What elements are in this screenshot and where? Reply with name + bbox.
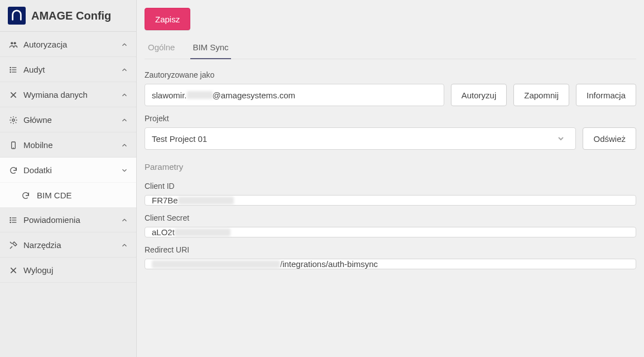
svg-point-15 [10, 220, 11, 220]
sidebar-item-label: Wyloguj [23, 265, 128, 275]
sidebar-subitem-label: BIM CDE [37, 191, 72, 200]
save-button[interactable]: Zapisz [145, 8, 190, 30]
chevron-up-icon [121, 215, 128, 224]
redacted-segment [152, 260, 280, 268]
row-authorized-as: slawomir.@amagesystems.com Autoryzuj Zap… [145, 84, 636, 106]
brand-logo-icon [8, 7, 26, 25]
sidebar-item-label: Autoryzacja [23, 40, 121, 49]
form-bimsync: Zautoryzowane jako slawomir.@amagesystem… [145, 67, 636, 269]
sidebar-subnav-dodatki: BIM CDE [0, 183, 136, 207]
authorized-as-value-suffix: @amagesystems.com [213, 91, 296, 100]
chevron-down-icon [553, 131, 569, 146]
brand-title: AMAGE Config [31, 9, 111, 22]
sidebar: AMAGE Config Autoryzacja Audyt Wy [0, 0, 137, 357]
sidebar-item-dodatki[interactable]: Dodatki [0, 158, 136, 183]
sidebar-item-autoryzacja[interactable]: Autoryzacja [0, 32, 136, 57]
sidebar-item-label: Główne [23, 115, 121, 125]
redacted-segment [175, 229, 230, 236]
client-secret-value-prefix: aLO2t [152, 227, 175, 237]
refresh-button[interactable]: Odśwież [583, 127, 636, 150]
sidebar-item-label: Powiadomienia [23, 215, 121, 225]
label-authorized-as: Zautoryzowane jako [145, 70, 636, 79]
project-select[interactable]: Test Project 01 [145, 127, 576, 150]
sidebar-item-wyloguj[interactable]: Wyloguj [0, 258, 136, 283]
chevron-down-icon [121, 165, 128, 174]
sidebar-item-label: Mobilne [23, 140, 121, 150]
sidebar-item-powiadomienia[interactable]: Powiadomienia [0, 207, 136, 232]
cross-icon [8, 89, 19, 99]
sidebar-item-label: Narzędzia [23, 240, 121, 250]
chevron-up-icon [121, 140, 128, 149]
svg-point-5 [10, 67, 11, 68]
label-client-id: Client ID [145, 182, 636, 191]
gear-icon [8, 115, 19, 124]
main-content: Zapisz Ogólne BIM Sync Zautoryzowane jak… [137, 0, 644, 357]
chevron-up-icon [121, 240, 128, 249]
svg-point-6 [10, 69, 11, 70]
label-redirect-uri: Redirect URI [145, 245, 636, 254]
authorized-as-value-prefix: slawomir. [152, 91, 187, 100]
svg-point-8 [12, 119, 15, 121]
tab-general[interactable]: Ogólne [146, 37, 177, 59]
redirect-uri-value-suffix: /integrations/auth-bimsync [280, 259, 378, 269]
client-secret-input[interactable]: aLO2t [145, 227, 636, 237]
chevron-up-icon [121, 65, 128, 74]
sidebar-item-label: Wymiana danych [23, 90, 121, 99]
sidebar-item-glowne[interactable]: Główne [0, 107, 136, 132]
heading-parameters: Parametry [145, 162, 636, 172]
tools-icon [8, 240, 19, 249]
authorized-as-input[interactable]: slawomir.@amagesystems.com [145, 84, 444, 106]
cross-icon [8, 265, 19, 274]
toolbar: Zapisz [145, 6, 636, 37]
svg-point-0 [11, 42, 13, 44]
users-icon [8, 39, 19, 49]
sidebar-item-label: Dodatki [23, 165, 121, 175]
refresh-icon [8, 165, 19, 174]
forget-button[interactable]: Zapomnij [513, 84, 569, 106]
sidebar-item-label: Audyt [23, 65, 121, 74]
tabs: Ogólne BIM Sync [145, 37, 636, 59]
info-button[interactable]: Informacja [576, 84, 636, 106]
brand: AMAGE Config [0, 0, 136, 32]
row-project: Test Project 01 Odśwież [145, 127, 636, 150]
redacted-segment [187, 91, 213, 99]
sidebar-nav: Autoryzacja Audyt Wymiana danych [0, 32, 136, 357]
svg-point-16 [10, 222, 11, 222]
refresh-icon [20, 190, 31, 199]
sidebar-item-wymiana-danych[interactable]: Wymiana danych [0, 82, 136, 107]
tab-bimsync[interactable]: BIM Sync [190, 37, 230, 59]
mobile-icon [8, 140, 19, 149]
chevron-up-icon [121, 115, 128, 124]
authorize-button[interactable]: Autoryzuj [451, 84, 507, 106]
sidebar-item-mobilne[interactable]: Mobilne [0, 132, 136, 158]
sidebar-item-audyt[interactable]: Audyt [0, 57, 136, 82]
svg-point-14 [10, 217, 11, 218]
list-icon [8, 215, 19, 224]
project-selected-value: Test Project 01 [152, 134, 207, 144]
chevron-up-icon [121, 90, 128, 99]
chevron-up-icon [121, 40, 128, 49]
redirect-uri-input[interactable]: /integrations/auth-bimsync [145, 259, 636, 269]
label-client-secret: Client Secret [145, 213, 636, 222]
sidebar-item-narzedzia[interactable]: Narzędzia [0, 232, 136, 258]
svg-point-7 [10, 72, 11, 72]
label-project: Projekt [145, 114, 636, 123]
svg-point-1 [14, 42, 16, 44]
sidebar-subitem-bim-cde[interactable]: BIM CDE [0, 183, 136, 207]
list-icon [8, 64, 19, 74]
redacted-segment [178, 197, 234, 204]
client-id-value-prefix: FR7Be [152, 196, 178, 205]
client-id-input[interactable]: FR7Be [145, 195, 636, 206]
